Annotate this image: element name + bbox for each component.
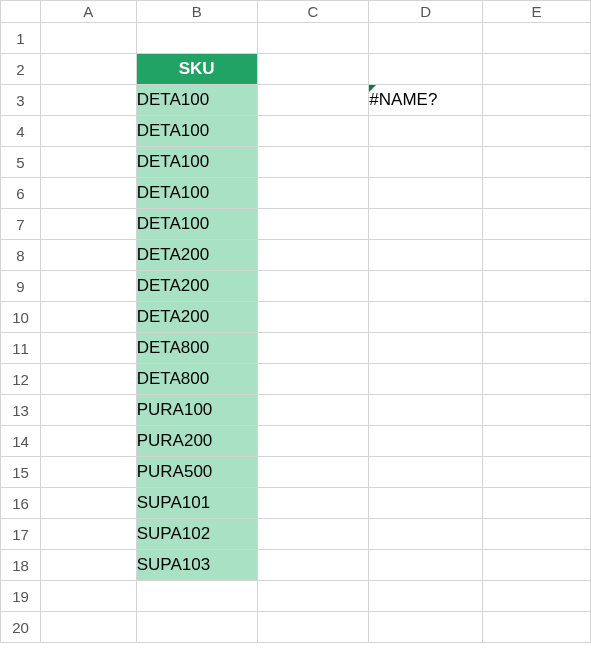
sku-data-cell[interactable]: SUPA103 [136, 550, 257, 581]
cell-c17[interactable] [257, 519, 369, 550]
cell-e20[interactable] [483, 612, 591, 643]
cell-e8[interactable] [483, 240, 591, 271]
cell-c14[interactable] [257, 426, 369, 457]
cell-e6[interactable] [483, 178, 591, 209]
sku-data-cell[interactable]: DETA800 [136, 364, 257, 395]
sku-data-cell[interactable]: SUPA102 [136, 519, 257, 550]
row-header-14[interactable]: 14 [1, 426, 41, 457]
cell-a15[interactable] [40, 457, 136, 488]
cell-c16[interactable] [257, 488, 369, 519]
row-header-10[interactable]: 10 [1, 302, 41, 333]
cell-e11[interactable] [483, 333, 591, 364]
sku-data-cell[interactable]: DETA100 [136, 85, 257, 116]
col-header-b[interactable]: B [136, 1, 257, 23]
row-header-13[interactable]: 13 [1, 395, 41, 426]
row-header-7[interactable]: 7 [1, 209, 41, 240]
row-header-8[interactable]: 8 [1, 240, 41, 271]
cell-e16[interactable] [483, 488, 591, 519]
cell-d20[interactable] [369, 612, 483, 643]
cell-a12[interactable] [40, 364, 136, 395]
cell-a17[interactable] [40, 519, 136, 550]
cell-e12[interactable] [483, 364, 591, 395]
sku-data-cell[interactable]: DETA200 [136, 240, 257, 271]
cell-c4[interactable] [257, 116, 369, 147]
sku-data-cell[interactable]: PURA100 [136, 395, 257, 426]
cell-c2[interactable] [257, 54, 369, 85]
cell-c3[interactable] [257, 85, 369, 116]
cell-e9[interactable] [483, 271, 591, 302]
cell-a5[interactable] [40, 147, 136, 178]
cell-c9[interactable] [257, 271, 369, 302]
cell-e19[interactable] [483, 581, 591, 612]
row-header-15[interactable]: 15 [1, 457, 41, 488]
cell-d18[interactable] [369, 550, 483, 581]
cell-d12[interactable] [369, 364, 483, 395]
cell-d11[interactable] [369, 333, 483, 364]
row-header-6[interactable]: 6 [1, 178, 41, 209]
cell-d7[interactable] [369, 209, 483, 240]
cell-d10[interactable] [369, 302, 483, 333]
cell-c20[interactable] [257, 612, 369, 643]
sku-data-cell[interactable]: DETA200 [136, 302, 257, 333]
cell-d17[interactable] [369, 519, 483, 550]
cell-d19[interactable] [369, 581, 483, 612]
cell-a1[interactable] [40, 23, 136, 54]
cell-e5[interactable] [483, 147, 591, 178]
cell-c7[interactable] [257, 209, 369, 240]
cell-a16[interactable] [40, 488, 136, 519]
cell-d1[interactable] [369, 23, 483, 54]
cell-c12[interactable] [257, 364, 369, 395]
cell-a18[interactable] [40, 550, 136, 581]
cell-e3[interactable] [483, 85, 591, 116]
sku-header-cell[interactable]: SKU [136, 54, 257, 85]
cell-d5[interactable] [369, 147, 483, 178]
cell-a13[interactable] [40, 395, 136, 426]
cell-e2[interactable] [483, 54, 591, 85]
row-header-9[interactable]: 9 [1, 271, 41, 302]
cell-b1[interactable] [136, 23, 257, 54]
cell-e14[interactable] [483, 426, 591, 457]
cell-a6[interactable] [40, 178, 136, 209]
cell-a11[interactable] [40, 333, 136, 364]
cell-c10[interactable] [257, 302, 369, 333]
row-header-3[interactable]: 3 [1, 85, 41, 116]
row-header-16[interactable]: 16 [1, 488, 41, 519]
sku-data-cell[interactable]: DETA200 [136, 271, 257, 302]
cell-a4[interactable] [40, 116, 136, 147]
cell-a3[interactable] [40, 85, 136, 116]
cell-c11[interactable] [257, 333, 369, 364]
sku-data-cell[interactable]: DETA100 [136, 209, 257, 240]
cell-a14[interactable] [40, 426, 136, 457]
row-header-5[interactable]: 5 [1, 147, 41, 178]
sku-data-cell[interactable]: DETA100 [136, 178, 257, 209]
cell-d6[interactable] [369, 178, 483, 209]
row-header-12[interactable]: 12 [1, 364, 41, 395]
cell-a8[interactable] [40, 240, 136, 271]
cell-c18[interactable] [257, 550, 369, 581]
col-header-e[interactable]: E [483, 1, 591, 23]
cell-d4[interactable] [369, 116, 483, 147]
sku-data-cell[interactable]: DETA100 [136, 147, 257, 178]
cell-b19[interactable] [136, 581, 257, 612]
cell-a10[interactable] [40, 302, 136, 333]
cell-a2[interactable] [40, 54, 136, 85]
cell-d13[interactable] [369, 395, 483, 426]
cell-e10[interactable] [483, 302, 591, 333]
cell-d2[interactable] [369, 54, 483, 85]
cell-d16[interactable] [369, 488, 483, 519]
row-header-2[interactable]: 2 [1, 54, 41, 85]
row-header-4[interactable]: 4 [1, 116, 41, 147]
spreadsheet-grid[interactable]: A B C D E 1 2 SKU 3 DETA100 [0, 0, 591, 643]
cell-a20[interactable] [40, 612, 136, 643]
cell-c13[interactable] [257, 395, 369, 426]
cell-d8[interactable] [369, 240, 483, 271]
col-header-d[interactable]: D [369, 1, 483, 23]
row-header-18[interactable]: 18 [1, 550, 41, 581]
cell-e4[interactable] [483, 116, 591, 147]
cell-c5[interactable] [257, 147, 369, 178]
row-header-19[interactable]: 19 [1, 581, 41, 612]
cell-c8[interactable] [257, 240, 369, 271]
col-header-c[interactable]: C [257, 1, 369, 23]
cell-a7[interactable] [40, 209, 136, 240]
col-header-a[interactable]: A [40, 1, 136, 23]
